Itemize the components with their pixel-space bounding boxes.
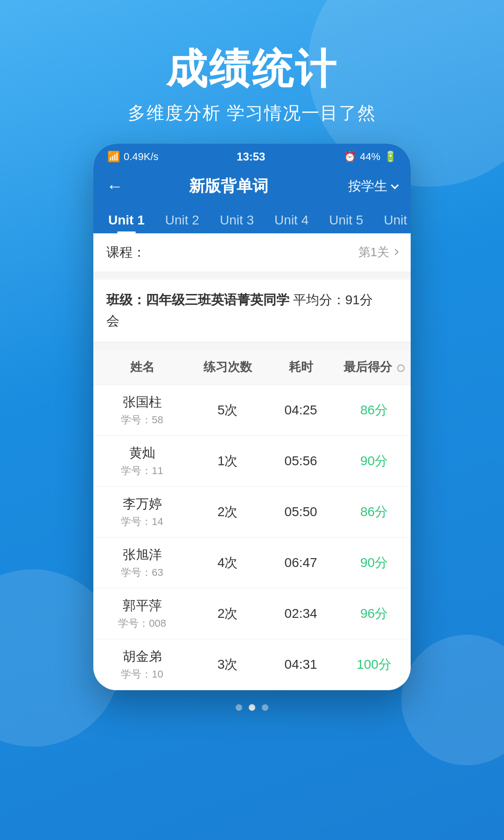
table-row: 胡金弟 学号：10 3次 04:31 100分 <box>93 639 411 690</box>
battery-icon: 🔋 <box>384 151 397 163</box>
practice-count-cell: 3次 <box>191 639 264 690</box>
student-name: 郭平萍 <box>123 597 162 615</box>
status-bar: 📶 0.49K/s 13:53 ⏰ 44% 🔋 <box>93 144 411 168</box>
student-id: 学号：63 <box>121 566 163 580</box>
table-row: 郭平萍 学号：008 2次 02:34 96分 <box>93 588 411 639</box>
score-cell: 90分 <box>337 538 411 588</box>
student-name-cell: 郭平萍 学号：008 <box>93 588 191 639</box>
col-header-name: 姓名 <box>93 350 191 385</box>
score-cell: 90分 <box>337 436 411 486</box>
time-value: 06:47 <box>285 555 317 570</box>
table-body: 张国柱 学号：58 5次 04:25 86分 黄灿 学号：11 1次 05:56 <box>93 385 411 690</box>
time-cell: 05:50 <box>264 487 337 537</box>
time-cell: 05:56 <box>264 436 337 486</box>
practice-count: 5次 <box>217 401 238 419</box>
student-name: 张国柱 <box>123 393 162 411</box>
course-link[interactable]: 第1关 <box>358 244 398 260</box>
status-label: 会 <box>106 314 119 328</box>
score-cell: 86分 <box>337 487 411 537</box>
practice-count: 2次 <box>217 503 238 521</box>
time-value: 05:50 <box>285 504 317 519</box>
student-name-cell: 胡金弟 学号：10 <box>93 639 191 690</box>
time-cell: 02:34 <box>264 588 337 639</box>
unit-tab-2[interactable]: Unit 2 <box>155 204 210 233</box>
class-info: 班级：四年级三班英语菁英同学 平均分：91分 会 <box>93 280 411 343</box>
unit-tabs: Unit 1Unit 2Unit 3Unit 4Unit 5Unit 6 <box>93 204 411 233</box>
score-value: 90分 <box>360 452 388 470</box>
practice-count-cell: 2次 <box>191 487 264 537</box>
col-header-count: 练习次数 <box>191 350 264 385</box>
pagination-dots <box>93 690 411 720</box>
dot-1[interactable] <box>236 704 242 711</box>
filter-label: 按学生 <box>348 177 387 195</box>
col-header-time: 耗时 <box>264 350 337 385</box>
student-id: 学号：11 <box>121 464 163 478</box>
student-id: 学号：008 <box>118 616 166 630</box>
alarm-icon: ⏰ <box>343 151 356 163</box>
col-header-score: 最后得分 <box>337 350 411 385</box>
table-header: 姓名 练习次数 耗时 最后得分 <box>93 350 411 385</box>
score-value: 86分 <box>360 401 388 419</box>
chevron-down-icon <box>391 182 399 189</box>
practice-count-cell: 4次 <box>191 538 264 588</box>
unit-tab-4[interactable]: Unit 4 <box>264 204 319 233</box>
unit-tab-1[interactable]: Unit 1 <box>98 204 155 233</box>
table-row: 张旭洋 学号：63 4次 06:47 90分 <box>93 538 411 588</box>
phone-mockup-container: 📶 0.49K/s 13:53 ⏰ 44% 🔋 ← 新版背单词 按学生 Unit… <box>93 144 411 721</box>
practice-count-cell: 2次 <box>191 588 264 639</box>
signal-speed: 0.49K/s <box>124 151 159 163</box>
status-right: ⏰ 44% 🔋 <box>343 151 397 163</box>
practice-count-cell: 5次 <box>191 385 264 435</box>
score-table: 姓名 练习次数 耗时 最后得分 张国柱 学号：58 5次 04:25 <box>93 350 411 690</box>
content-area: 课程： 第1关 班级：四年级三班英语菁英同学 平均分：91分 会 姓名 练习次数… <box>93 233 411 691</box>
time-value: 04:31 <box>285 657 317 672</box>
student-name: 胡金弟 <box>123 648 162 665</box>
table-row: 张国柱 学号：58 5次 04:25 86分 <box>93 385 411 436</box>
student-name-cell: 李万婷 学号：14 <box>93 487 191 537</box>
filter-dropdown[interactable]: 按学生 <box>348 177 398 195</box>
course-link-text: 第1关 <box>358 244 389 260</box>
course-label: 课程： <box>106 244 146 261</box>
dot-2[interactable] <box>249 704 255 711</box>
score-value: 100分 <box>357 656 392 673</box>
score-value: 96分 <box>360 605 388 623</box>
practice-count-cell: 1次 <box>191 436 264 486</box>
time-cell: 04:31 <box>264 639 337 690</box>
unit-tab-6[interactable]: Unit 6 <box>373 204 411 233</box>
bg-decoration-3 <box>401 635 504 765</box>
score-value: 90分 <box>360 554 388 572</box>
student-id: 学号：58 <box>121 413 163 427</box>
time-cell: 06:47 <box>264 538 337 588</box>
student-name: 黄灿 <box>129 444 155 462</box>
class-name: 班级：四年级三班英语菁英同学 <box>106 293 289 307</box>
unit-tab-5[interactable]: Unit 5 <box>319 204 373 233</box>
score-cell: 86分 <box>337 385 411 435</box>
student-name-cell: 张旭洋 学号：63 <box>93 538 191 588</box>
phone-mockup: 📶 0.49K/s 13:53 ⏰ 44% 🔋 ← 新版背单词 按学生 Unit… <box>93 144 411 691</box>
status-left: 📶 0.49K/s <box>107 151 159 163</box>
practice-count: 2次 <box>217 605 238 623</box>
app-header: ← 新版背单词 按学生 <box>93 168 411 204</box>
course-row: 课程： 第1关 <box>93 233 411 272</box>
unit-tab-3[interactable]: Unit 3 <box>210 204 264 233</box>
signal-icon: 📶 <box>107 151 120 163</box>
student-name: 张旭洋 <box>123 546 162 564</box>
time-value: 05:56 <box>285 454 317 469</box>
student-name-cell: 张国柱 学号：58 <box>93 385 191 435</box>
battery-label: 44% <box>360 151 380 163</box>
table-row: 李万婷 学号：14 2次 05:50 86分 <box>93 487 411 538</box>
score-cell: 100分 <box>337 639 411 690</box>
practice-count: 3次 <box>217 656 238 673</box>
time-value: 02:34 <box>285 606 317 621</box>
score-value: 86分 <box>360 503 388 521</box>
time-value: 04:25 <box>285 403 317 418</box>
student-id: 学号：14 <box>121 515 163 529</box>
time-cell: 04:25 <box>264 385 337 435</box>
practice-count: 1次 <box>217 452 238 470</box>
table-row: 黄灿 学号：11 1次 05:56 90分 <box>93 436 411 487</box>
student-id: 学号：10 <box>121 667 163 681</box>
score-cell: 96分 <box>337 588 411 639</box>
avg-score: 平均分：91分 <box>293 293 373 307</box>
dot-3[interactable] <box>262 704 268 711</box>
student-name: 李万婷 <box>123 495 162 513</box>
